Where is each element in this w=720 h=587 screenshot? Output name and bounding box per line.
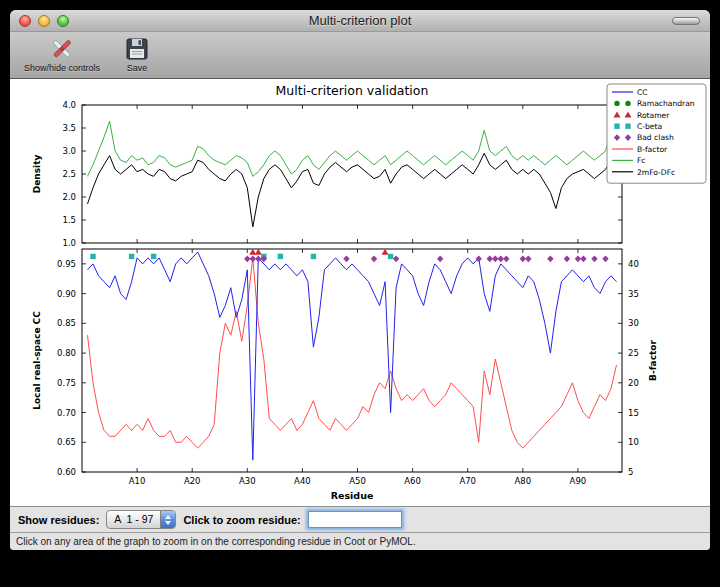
svg-text:20: 20	[628, 378, 639, 388]
app-window: Multi-criterion plot Show/hide controls	[10, 10, 710, 550]
svg-text:0.65: 0.65	[57, 437, 76, 447]
svg-text:A60: A60	[404, 476, 421, 486]
svg-text:4.0: 4.0	[62, 100, 76, 110]
zoom-residue-input[interactable]	[308, 511, 402, 528]
desktop-background: Multi-criterion plot Show/hide controls	[0, 0, 720, 587]
svg-text:Ramachandran: Ramachandran	[637, 99, 695, 108]
show-hide-controls-label: Show/hide controls	[24, 63, 100, 73]
svg-text:0.70: 0.70	[57, 408, 76, 418]
svg-text:1.5: 1.5	[62, 215, 76, 225]
svg-text:0.85: 0.85	[57, 318, 76, 328]
svg-text:25: 25	[628, 348, 639, 358]
controls-bar: Show residues: A 1 - 97 Click to zoom re…	[10, 506, 710, 533]
svg-text:A40: A40	[294, 476, 311, 486]
svg-text:0.80: 0.80	[57, 348, 76, 358]
dropdown-arrows-icon	[160, 511, 175, 528]
save-label: Save	[127, 63, 148, 73]
status-bar: Click on any area of the graph to zoom i…	[10, 533, 710, 550]
show-residues-label: Show residues:	[18, 514, 99, 526]
svg-text:Rotamer: Rotamer	[637, 111, 670, 120]
svg-text:A10: A10	[129, 476, 146, 486]
svg-text:30: 30	[628, 318, 639, 328]
zoom-window-button[interactable]	[57, 15, 69, 27]
svg-text:B-factor: B-factor	[648, 340, 658, 381]
toolbar: Show/hide controls Save	[10, 32, 710, 79]
svg-text:15: 15	[628, 408, 639, 418]
show-hide-controls-button[interactable]: Show/hide controls	[20, 35, 104, 74]
svg-text:2.0: 2.0	[62, 192, 76, 202]
close-window-button[interactable]	[19, 15, 31, 27]
minimize-window-button[interactable]	[38, 15, 50, 27]
svg-text:0.60: 0.60	[57, 467, 76, 477]
svg-text:C-beta: C-beta	[637, 122, 662, 131]
window-titlebar[interactable]: Multi-criterion plot	[10, 10, 710, 32]
zoom-residue-label: Click to zoom residue:	[183, 514, 300, 526]
svg-text:0.95: 0.95	[57, 259, 76, 269]
svg-text:2.5: 2.5	[62, 169, 76, 179]
residue-range-dropdown[interactable]: A 1 - 97	[106, 510, 176, 529]
svg-text:1.0: 1.0	[62, 238, 76, 248]
svg-text:40: 40	[628, 259, 639, 269]
plot-canvas[interactable]: Multi-criterion validation1.01.52.02.53.…	[10, 79, 710, 506]
status-text: Click on any area of the graph to zoom i…	[16, 536, 416, 547]
crossed-tools-icon	[49, 36, 75, 62]
svg-text:0.90: 0.90	[57, 289, 76, 299]
floppy-disk-icon	[124, 36, 150, 62]
svg-text:10: 10	[628, 437, 639, 447]
svg-text:B-factor: B-factor	[637, 145, 668, 154]
svg-text:A70: A70	[459, 476, 476, 486]
svg-text:CC: CC	[637, 88, 648, 97]
svg-text:5: 5	[628, 467, 633, 477]
plot-legend: CCRamachandranRotamerC-betaBad clashB-fa…	[607, 84, 706, 183]
svg-text:Local real-space CC: Local real-space CC	[32, 311, 42, 410]
svg-text:Multi-criterion validation: Multi-criterion validation	[276, 83, 429, 98]
svg-text:Residue: Residue	[331, 490, 374, 501]
svg-text:A50: A50	[349, 476, 366, 486]
save-button[interactable]: Save	[120, 35, 154, 74]
svg-text:A20: A20	[184, 476, 201, 486]
residue-range-value: A 1 - 97	[107, 511, 160, 528]
svg-text:A90: A90	[570, 476, 587, 486]
svg-text:0.75: 0.75	[57, 378, 76, 388]
svg-text:A80: A80	[514, 476, 531, 486]
window-buttons	[19, 15, 69, 27]
svg-text:Fc: Fc	[637, 156, 646, 165]
multi-criterion-figure[interactable]: Multi-criterion validation1.01.52.02.53.…	[10, 79, 710, 506]
svg-text:Density: Density	[32, 155, 42, 194]
svg-text:35: 35	[628, 289, 639, 299]
toolbar-toggle-button[interactable]	[672, 17, 700, 25]
svg-text:2mFo-DFc: 2mFo-DFc	[637, 168, 675, 177]
svg-text:3.0: 3.0	[62, 146, 76, 156]
svg-text:3.5: 3.5	[62, 123, 76, 133]
svg-text:A30: A30	[239, 476, 256, 486]
svg-text:Bad clash: Bad clash	[637, 133, 674, 142]
window-title: Multi-criterion plot	[10, 13, 710, 28]
